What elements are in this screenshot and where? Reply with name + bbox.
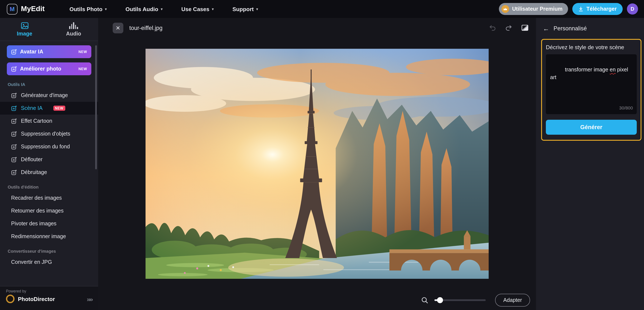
prompt-label: Décrivez le style de votre scène <box>546 44 637 50</box>
ai-tool-icon: AI <box>11 118 17 124</box>
chevron-down-icon: ▾ <box>256 7 258 11</box>
item-label: Suppression du fond <box>21 144 70 150</box>
sidebar-item-deflouter[interactable]: AI Déflouter <box>0 153 98 166</box>
nav-outils-audio[interactable]: Outils Audio ▾ <box>126 6 162 12</box>
prompt-text: transformer image <box>565 67 610 73</box>
brand[interactable]: M MyEdit <box>7 4 44 14</box>
panel-title: Personnalisé <box>554 25 587 32</box>
ai-sparkle-icon: AI <box>11 49 17 55</box>
expand-chevrons-icon[interactable]: »» <box>87 295 92 302</box>
tab-audio[interactable]: Audio <box>49 18 98 41</box>
sidebar-item-ameliorer-photo[interactable]: AI Améliorer photo NEW <box>7 62 91 75</box>
scene-ia-panel: ← Personnalisé Décrivez le style de votr… <box>536 18 644 310</box>
sidebar-item-convertir-jpg[interactable]: Convertir en JPG <box>0 256 98 268</box>
svg-text:AI: AI <box>12 68 15 71</box>
sidebar-item-generateur-dimage[interactable]: AI Générateur d'image <box>0 89 98 102</box>
zoom-slider[interactable] <box>434 297 486 303</box>
svg-text:AI: AI <box>12 94 15 97</box>
ai-tool-icon: AI <box>11 169 17 175</box>
ai-tool-icon: AI <box>11 92 17 98</box>
item-label: Générateur d'image <box>21 92 68 98</box>
nav-label: Outils Audio <box>126 6 158 12</box>
nav-use-cases[interactable]: Use Cases ▾ <box>182 6 214 12</box>
main-nav: Outils Photo ▾ Outils Audio ▾ Use Cases … <box>69 6 258 12</box>
nav-label: Support <box>232 6 254 12</box>
canvas-toolbar: ✕ tour-eiffel.jpg <box>98 18 536 38</box>
download-button[interactable]: Télécharger <box>572 3 623 15</box>
item-label: Redimensionner image <box>11 233 66 239</box>
svg-text:AI: AI <box>12 172 15 174</box>
ai-tool-icon: AI <box>11 144 17 150</box>
redo-icon[interactable] <box>504 23 514 33</box>
svg-text:AI: AI <box>12 120 15 123</box>
canvas-area: ✕ tour-eiffel.jpg <box>98 18 536 310</box>
chevron-down-icon: ▾ <box>161 7 162 11</box>
sidebar-item-suppression-objets[interactable]: AI Suppression d'objets <box>0 127 98 140</box>
sidebar-item-effet-cartoon[interactable]: AI Effet Cartoon <box>0 115 98 127</box>
section-title-convertisseur: Convertisseur d'images <box>8 249 98 254</box>
sidebar: Image Audio AI Avatar IA NEW AI Améliore… <box>0 18 98 310</box>
close-file-button[interactable]: ✕ <box>113 23 123 33</box>
promo-label: Améliorer photo <box>20 66 61 72</box>
ai-sparkle-icon: AI <box>11 66 17 72</box>
sidebar-item-scene-ia[interactable]: AI Scène IA NEW <box>0 102 98 115</box>
tab-audio-label: Audio <box>66 31 81 37</box>
sidebar-item-avatar-ia[interactable]: AI Avatar IA NEW <box>7 45 91 58</box>
promo-label: Avatar IA <box>20 49 43 55</box>
new-badge: NEW <box>78 50 87 54</box>
sidebar-item-pivoter[interactable]: Pivoter des images <box>0 217 98 230</box>
generate-button[interactable]: Générer <box>546 120 637 135</box>
sidebar-tabs: Image Audio <box>0 18 98 41</box>
prompt-text-misspelled: en <box>610 67 616 73</box>
sidebar-scrollbar[interactable] <box>95 45 97 169</box>
nav-label: Use Cases <box>182 6 210 12</box>
tab-image[interactable]: Image <box>0 18 49 41</box>
audio-icon <box>69 22 78 29</box>
item-label: Effet Cartoon <box>21 118 52 124</box>
sidebar-item-redimensionner[interactable]: Redimensionner image <box>0 230 98 243</box>
nav-support[interactable]: Support ▾ <box>232 6 258 12</box>
fit-button[interactable]: Adapter <box>495 294 530 306</box>
ai-tool-icon: AI <box>11 131 17 137</box>
crown-icon <box>502 5 509 13</box>
zoom-controls: Adapter <box>98 290 536 310</box>
premium-user-button[interactable]: Utilisateur Premium <box>499 3 568 15</box>
powered-by-label: Powered by <box>6 289 92 293</box>
user-avatar[interactable]: D <box>627 4 638 15</box>
zoom-slider-knob[interactable] <box>437 297 443 303</box>
nav-outils-photo[interactable]: Outils Photo ▾ <box>69 6 107 12</box>
sidebar-scroll-area: AI Avatar IA NEW AI Améliorer photo NEW … <box>0 41 98 286</box>
sidebar-item-retourner[interactable]: Retourner des images <box>0 204 98 217</box>
zoom-magnifier-icon <box>421 296 428 304</box>
item-label: Scène IA <box>21 105 42 111</box>
tab-image-label: Image <box>17 31 32 37</box>
chevron-down-icon: ▾ <box>105 7 107 11</box>
download-icon <box>578 7 584 12</box>
back-arrow-icon[interactable]: ← <box>543 25 549 32</box>
canvas-stage <box>98 38 536 290</box>
header-actions: Utilisateur Premium Télécharger D <box>499 3 638 15</box>
image-icon <box>21 22 28 29</box>
sidebar-item-debruitage[interactable]: AI Débruitage <box>0 166 98 179</box>
section-title-outils-ia: Outils IA <box>8 82 98 87</box>
item-label: Recadrer des images <box>11 195 62 201</box>
ai-tool-icon: AI <box>11 157 17 163</box>
sidebar-item-recadrer[interactable]: Recadrer des images <box>0 192 98 204</box>
svg-text:AI: AI <box>12 159 15 161</box>
nav-label: Outils Photo <box>69 6 102 12</box>
photodirector-logo <box>6 295 14 303</box>
undo-icon[interactable] <box>487 23 498 33</box>
prompt-textarea[interactable]: transformer image en pixel art 30/800 <box>546 54 637 114</box>
item-label: Retourner des images <box>11 208 64 214</box>
item-label: Convertir en JPG <box>11 259 52 265</box>
app: M MyEdit Outils Photo ▾ Outils Audio ▾ U… <box>0 0 644 310</box>
item-label: Déflouter <box>21 157 42 163</box>
svg-text:AI: AI <box>12 51 15 53</box>
edited-image[interactable] <box>146 49 489 279</box>
premium-label: Utilisateur Premium <box>512 6 562 12</box>
char-counter: 30/800 <box>619 105 633 111</box>
section-title-outils-edition: Outils d'édition <box>8 185 98 189</box>
compare-before-after-icon[interactable] <box>520 23 530 33</box>
item-label: Pivoter des images <box>11 221 56 227</box>
sidebar-item-suppression-fond[interactable]: AI Suppression du fond <box>0 140 98 153</box>
